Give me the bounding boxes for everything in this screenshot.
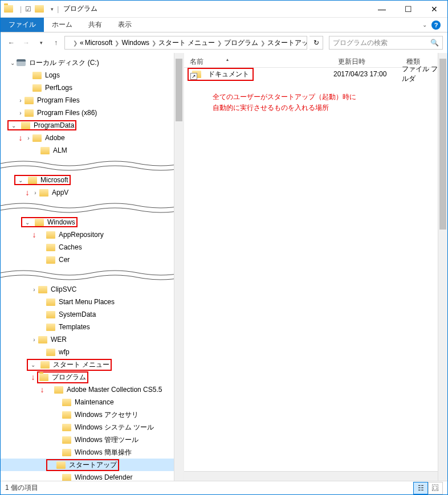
- up-button[interactable]: ↑: [50, 36, 62, 49]
- tree-item[interactable]: Windows 管理ツール: [1, 433, 184, 446]
- tree-programs[interactable]: ↓ プログラム: [1, 371, 184, 383]
- breadcrumb-startmenu[interactable]: スタート メニュー: [158, 38, 215, 48]
- details-view-button[interactable]: ☷: [413, 482, 428, 494]
- tree-item[interactable]: Start Menu Places: [1, 296, 184, 308]
- expand-icon[interactable]: ⌄: [23, 219, 31, 226]
- tree-microsoft[interactable]: ⌄ Microsoft: [1, 174, 184, 186]
- tree-item[interactable]: SystemData: [1, 308, 184, 321]
- chevron-icon[interactable]: ❯: [150, 40, 157, 46]
- column-date[interactable]: 更新日時: [332, 57, 401, 67]
- tree-label: Windows 管理ツール: [75, 435, 139, 445]
- tree-item[interactable]: PerfLogs: [1, 81, 184, 94]
- tree-programdata[interactable]: ⌄ ProgramData: [1, 119, 184, 132]
- search-input[interactable]: プログラムの検索 🔍: [329, 36, 443, 50]
- expand-icon[interactable]: ›: [30, 337, 38, 343]
- list-item[interactable]: ドキュメント 2017/04/23 17:00 ファイル フォルダ: [184, 68, 447, 80]
- tree-startup[interactable]: スタートアップ: [1, 459, 184, 471]
- tree-item[interactable]: wfp: [1, 346, 184, 358]
- qat-dropdown[interactable]: ▾: [51, 6, 54, 12]
- maximize-button[interactable]: ☐: [395, 1, 421, 18]
- recent-dropdown[interactable]: ▾: [35, 36, 47, 49]
- tree-item[interactable]: ›ClipSVC: [1, 283, 184, 296]
- ribbon-collapse-icon[interactable]: ⌄: [422, 22, 427, 28]
- tab-home[interactable]: ホーム: [44, 18, 80, 32]
- breadcrumb-prefix[interactable]: «: [80, 39, 84, 47]
- tree-item[interactable]: Cer: [1, 253, 184, 266]
- tree-label: ALM: [53, 146, 67, 154]
- expand-icon[interactable]: ›: [30, 287, 38, 293]
- app-icon: [4, 5, 13, 13]
- tree-label: Start Menu Places: [59, 298, 115, 306]
- tree-item[interactable]: ›WER: [1, 333, 184, 346]
- folder-icon: [46, 256, 55, 264]
- qat-folder-icon[interactable]: [35, 5, 44, 13]
- folder-icon: [25, 97, 34, 104]
- expand-icon[interactable]: ›: [31, 190, 39, 196]
- folder-icon: [62, 436, 71, 444]
- folder-icon: [21, 122, 30, 129]
- tab-file[interactable]: ファイル: [1, 18, 44, 32]
- close-button[interactable]: ✕: [421, 1, 447, 18]
- minimize-button[interactable]: —: [369, 1, 395, 18]
- tree-item[interactable]: ↓›AppV: [1, 186, 184, 199]
- breadcrumb-windows[interactable]: Windows: [121, 39, 149, 47]
- tree-item[interactable]: Logs: [1, 69, 184, 81]
- tree-root[interactable]: ⌄ ローカル ディスク (C:): [1, 56, 184, 69]
- expand-icon[interactable]: ⌄: [17, 177, 25, 183]
- folder-icon: [62, 411, 71, 419]
- ribbon: ファイル ホーム 共有 表示 ⌄ ?: [1, 18, 447, 32]
- tree-item[interactable]: Templates: [1, 321, 184, 333]
- expand-icon[interactable]: ⌄: [29, 362, 37, 368]
- expand-icon[interactable]: ›: [17, 110, 25, 116]
- tree-item[interactable]: Windows システム ツール: [1, 421, 184, 433]
- folder-icon: [32, 72, 42, 79]
- tab-view[interactable]: 表示: [110, 18, 140, 32]
- expand-icon[interactable]: ⌄: [10, 122, 18, 129]
- arrow-down-icon: ↓: [29, 373, 37, 382]
- tree-item[interactable]: ↓›Adobe: [1, 132, 184, 144]
- icons-view-button[interactable]: ⿴: [428, 482, 443, 494]
- breadcrumb-microsoft[interactable]: Microsoft: [85, 39, 113, 47]
- tree-item[interactable]: Windows アクセサリ: [1, 408, 184, 421]
- column-name[interactable]: 名前▴: [184, 57, 332, 67]
- list-vscrollbar[interactable]: [438, 53, 447, 481]
- tree-item[interactable]: Windows Defender: [1, 471, 184, 481]
- tree-item[interactable]: ALM: [1, 144, 184, 157]
- expand-icon[interactable]: ⌄: [9, 60, 17, 66]
- chevron-icon[interactable]: ❯: [259, 40, 266, 46]
- tree-item[interactable]: ›Program Files (x86): [1, 107, 184, 119]
- tree-startmenu[interactable]: ⌄ スタート メニュー: [1, 358, 184, 371]
- expand-icon[interactable]: ›: [25, 135, 32, 141]
- expand-icon[interactable]: ›: [17, 97, 25, 104]
- search-placeholder: プログラムの検索: [333, 38, 388, 48]
- tree-item[interactable]: Windows 簡単操作: [1, 446, 184, 459]
- address-bar[interactable]: ❯ « Microsoft ❯ Windows ❯ スタート メニュー ❯ プロ…: [64, 36, 307, 50]
- tree-label: Windows Defender: [75, 473, 132, 481]
- disk-icon: [17, 59, 26, 66]
- folder-icon: [35, 219, 44, 226]
- qat-check-icon[interactable]: ☑: [25, 5, 31, 13]
- back-button[interactable]: ←: [5, 36, 18, 49]
- tree-item[interactable]: ↓Adobe Master Collection CS5.5: [1, 383, 184, 396]
- tree-item[interactable]: Maintenance: [1, 396, 184, 408]
- breadcrumb-programs[interactable]: プログラム: [224, 38, 258, 48]
- folder-icon: [38, 286, 47, 293]
- tree-item[interactable]: ↓AppRepository: [1, 228, 184, 241]
- breadcrumb-startup[interactable]: スタートアップ: [267, 38, 307, 48]
- tab-share[interactable]: 共有: [80, 18, 110, 32]
- forward-button[interactable]: →: [20, 36, 32, 49]
- tree-label: Templates: [59, 323, 90, 331]
- chevron-icon[interactable]: ❯: [216, 40, 223, 46]
- help-icon[interactable]: ?: [431, 21, 441, 30]
- tree-item[interactable]: ›Program Files: [1, 94, 184, 107]
- tree-item[interactable]: Caches: [1, 241, 184, 253]
- list-hscrollbar[interactable]: [184, 471, 438, 481]
- search-icon[interactable]: 🔍: [430, 39, 439, 47]
- refresh-button[interactable]: ↻: [309, 36, 323, 50]
- tree-scrollbar[interactable]: [174, 53, 184, 481]
- chevron-icon[interactable]: ❯: [72, 40, 79, 46]
- folder-icon: [46, 231, 55, 239]
- tree-windows[interactable]: ⌄ Windows: [1, 216, 184, 228]
- chevron-icon[interactable]: ❯: [113, 40, 120, 46]
- tree-label: Adobe Master Collection CS5.5: [67, 386, 162, 394]
